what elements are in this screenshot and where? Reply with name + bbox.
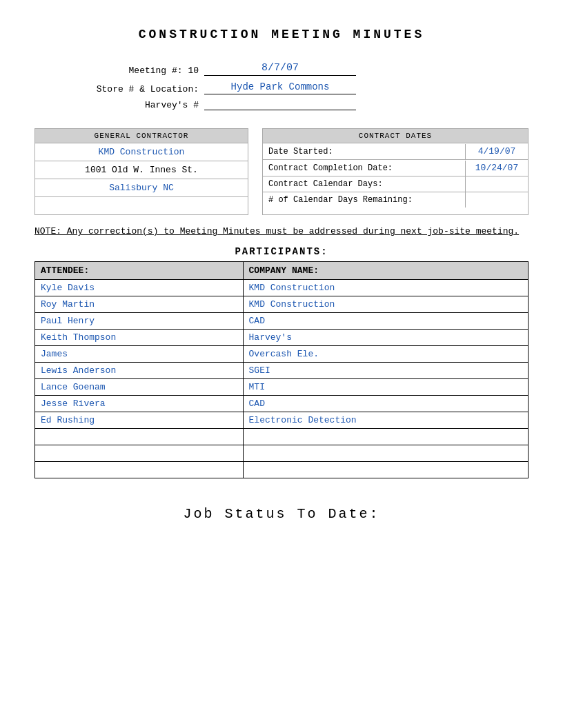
table-row: Lewis AndersonSGEI <box>35 363 529 379</box>
col-attendee: ATTENDEE: <box>35 262 244 280</box>
participants-table: ATTENDEE: COMPANY NAME: Kyle DavisKMD Co… <box>34 261 529 478</box>
meeting-label: Meeting #: 10 <box>88 65 199 76</box>
gc-extra <box>35 197 248 214</box>
company-cell: KMD Construction <box>243 280 528 296</box>
table-row: Jesse RiveraCAD <box>35 396 529 412</box>
attendee-cell: Kyle Davis <box>35 280 244 296</box>
cd-row-2: Contract Calendar Days: <box>263 176 528 192</box>
company-cell: KMD Construction <box>243 296 528 313</box>
cd-row-1: Contract Completion Date: 10/24/07 <box>263 160 528 176</box>
participants-title: PARTICIPANTS: <box>34 246 529 257</box>
company-cell <box>243 445 528 462</box>
company-cell: MTI <box>243 379 528 396</box>
cd-label-3: # of Calendar Days Remaining: <box>263 192 466 208</box>
attendee-cell: James <box>35 346 244 363</box>
attendee-cell: Jesse Rivera <box>35 396 244 412</box>
table-row: Keith ThompsonHarvey's <box>35 330 529 346</box>
cd-label-2: Contract Calendar Days: <box>263 176 466 192</box>
company-cell: Harvey's <box>243 330 528 346</box>
general-contractor-box: GENERAL CONTRACTOR KMD Construction 1001… <box>34 128 248 215</box>
table-row: Ed RushingElectronic Detection <box>35 412 529 429</box>
company-cell <box>243 429 528 445</box>
attendee-cell: Roy Martin <box>35 296 244 313</box>
store-row: Store # & Location: Hyde Park Commons <box>88 81 475 94</box>
attendee-cell: Lewis Anderson <box>35 363 244 379</box>
company-cell: CAD <box>243 313 528 330</box>
harveys-row: Harvey's # <box>88 100 475 110</box>
two-col-section: GENERAL CONTRACTOR KMD Construction 1001… <box>34 128 529 215</box>
attendee-cell: Paul Henry <box>35 313 244 330</box>
table-row: JamesOvercash Ele. <box>35 346 529 363</box>
attendee-cell <box>35 445 244 462</box>
table-row: Lance GoenamMTI <box>35 379 529 396</box>
cd-label-0: Date Started: <box>263 144 466 159</box>
meeting-row: Meeting #: 10 8/7/07 <box>88 62 475 76</box>
meeting-date: 8/7/07 <box>204 62 356 76</box>
cd-row-3: # of Calendar Days Remaining: <box>263 192 528 208</box>
cd-value-1: 10/24/07 <box>466 160 528 176</box>
cd-label-1: Contract Completion Date: <box>263 161 466 176</box>
cd-value-3 <box>466 197 528 203</box>
attendee-cell <box>35 429 244 445</box>
company-cell: Overcash Ele. <box>243 346 528 363</box>
contract-dates-box: CONTRACT DATES Date Started: 4/19/07 Con… <box>262 128 529 215</box>
attendee-cell: Keith Thompson <box>35 330 244 346</box>
gc-header: GENERAL CONTRACTOR <box>35 129 248 143</box>
col-company: COMPANY NAME: <box>243 262 528 280</box>
store-label: Store # & Location: <box>88 84 199 94</box>
cd-value-0: 4/19/07 <box>466 143 528 159</box>
cd-value-2 <box>466 181 528 187</box>
table-row <box>35 429 529 445</box>
page-title: CONSTRUCTION MEETING MINUTES <box>34 28 529 41</box>
cd-row-0: Date Started: 4/19/07 <box>263 143 528 160</box>
company-cell: Electronic Detection <box>243 412 528 429</box>
gc-address1: 1001 Old W. Innes St. <box>35 161 248 179</box>
attendee-cell <box>35 462 244 478</box>
gc-name: KMD Construction <box>35 143 248 161</box>
harveys-value <box>204 108 356 110</box>
table-row: Kyle DavisKMD Construction <box>35 280 529 296</box>
header-section: Meeting #: 10 8/7/07 Store # & Location:… <box>34 62 529 116</box>
store-value: Hyde Park Commons <box>204 81 356 94</box>
company-cell: SGEI <box>243 363 528 379</box>
attendee-cell: Lance Goenam <box>35 379 244 396</box>
company-cell <box>243 462 528 478</box>
table-row <box>35 445 529 462</box>
harveys-label: Harvey's # <box>88 100 199 110</box>
table-row <box>35 462 529 478</box>
gc-address2: Salisbury NC <box>35 179 248 197</box>
note: NOTE: Any correction(s) to Meeting Minut… <box>34 226 529 236</box>
job-status-title: Job Status To Date: <box>34 506 529 522</box>
company-cell: CAD <box>243 396 528 412</box>
table-row: Paul HenryCAD <box>35 313 529 330</box>
cd-header: CONTRACT DATES <box>263 129 528 143</box>
table-row: Roy MartinKMD Construction <box>35 296 529 313</box>
attendee-cell: Ed Rushing <box>35 412 244 429</box>
